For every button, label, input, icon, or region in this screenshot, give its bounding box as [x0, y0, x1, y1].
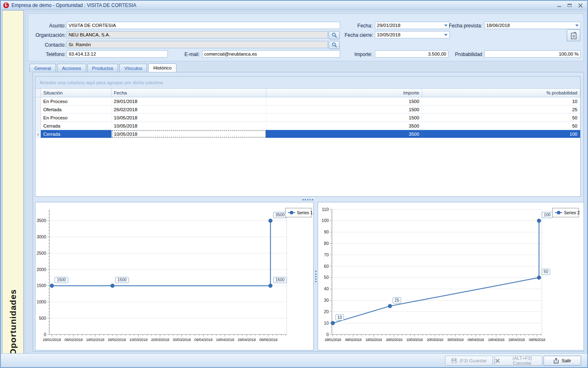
probabilidad-chart-panel: 010203040506070809010011029/01/201808/02… — [318, 202, 584, 350]
svg-text:100: 100 — [321, 218, 329, 223]
grid-cell-situacion[interactable]: En Proceso — [41, 114, 111, 121]
chevron-down-icon[interactable] — [444, 34, 448, 36]
svg-text:Series 1: Series 1 — [297, 210, 313, 215]
row-selector[interactable] — [36, 122, 41, 130]
svg-text:18/02/2018: 18/02/2018 — [86, 337, 105, 342]
sidebar-oportunidades[interactable]: Oportunidades — [2, 10, 24, 367]
organizacion-input[interactable] — [67, 31, 328, 38]
tab-vinculos[interactable]: Vínculos — [119, 64, 147, 72]
svg-text:30/03/2018: 30/03/2018 — [447, 338, 464, 342]
grid-cell-fecha[interactable]: 10/05/2018 — [111, 122, 266, 130]
splitter-dots-icon — [303, 199, 313, 200]
fecha-cierre-label: Fecha cierre: — [345, 32, 372, 38]
importe-label: Importe: — [345, 52, 372, 57]
grid-cell-probabilidad[interactable]: 50 — [422, 122, 580, 130]
column-header-probabilidad[interactable]: % probabilidad — [422, 89, 580, 97]
cancel-button[interactable]: (ALT+F3) Cancelar — [494, 356, 542, 366]
exit-icon — [553, 358, 559, 364]
grid-cell-fecha[interactable]: 26/02/2018 — [111, 105, 266, 113]
probabilidad-input[interactable] — [484, 50, 581, 58]
grid-cell-fecha[interactable]: 29/01/2018 — [111, 97, 266, 105]
table-row[interactable]: En Proceso10/05/2018150050 — [36, 114, 580, 122]
fecha-label: Fecha: — [345, 23, 372, 29]
cancel-button-label: (ALT+F3) Cancelar — [503, 356, 542, 366]
svg-text:2500: 2500 — [37, 251, 47, 256]
column-header-fecha[interactable]: Fecha — [111, 89, 266, 97]
table-row[interactable]: Cerrada10/05/2018350050 — [36, 122, 580, 130]
svg-text:110: 110 — [322, 207, 329, 212]
row-selector[interactable] — [36, 114, 41, 121]
selected-row-arrow-icon[interactable]: › — [36, 130, 41, 138]
grid-cell-importe[interactable]: 1500 — [266, 105, 422, 113]
fecha-input[interactable] — [375, 22, 450, 29]
tab-general[interactable]: General — [29, 64, 56, 72]
grid-cell-fecha[interactable]: 10/05/2018 — [111, 114, 266, 121]
row-selector[interactable] — [36, 105, 41, 113]
email-label: E-mail: — [180, 52, 200, 57]
fecha-prevista-input[interactable] — [484, 22, 581, 29]
svg-text:25: 25 — [394, 298, 399, 303]
fecha-cierre-input[interactable] — [375, 31, 450, 38]
column-header-situacion[interactable]: Situación — [41, 89, 111, 97]
tab-acciones[interactable]: Acciones — [57, 64, 86, 72]
contacto-label: Contacto: — [31, 42, 66, 48]
row-selector[interactable] — [36, 97, 41, 105]
grid-cell-fecha[interactable]: 10/05/2018 — [111, 130, 266, 138]
table-row[interactable]: Ofertada26/02/2018150025 — [36, 105, 580, 114]
tab-productos[interactable]: Productos — [87, 64, 118, 72]
tab-historico[interactable]: Histórico — [148, 63, 176, 72]
grid-cell-situacion[interactable]: Ofertada — [41, 105, 111, 113]
organizacion-search-button[interactable] — [329, 31, 340, 39]
svg-text:0: 0 — [44, 332, 46, 337]
importe-input[interactable] — [375, 50, 448, 58]
asunto-label: Asunto: — [36, 23, 66, 29]
svg-text:50: 50 — [324, 275, 329, 280]
svg-text:19/04/2018: 19/04/2018 — [488, 338, 505, 342]
maximize-icon[interactable] — [567, 2, 572, 8]
grid-cell-probabilidad[interactable]: 10 — [422, 97, 580, 105]
svg-text:30/03/2018: 30/03/2018 — [173, 337, 191, 342]
svg-text:1500: 1500 — [118, 278, 127, 282]
close-icon[interactable] — [577, 2, 583, 8]
table-row[interactable]: ›Cerrada10/05/20183500100 — [36, 130, 580, 138]
email-input[interactable] — [202, 50, 340, 58]
svg-text:09/04/2018: 09/04/2018 — [194, 337, 213, 342]
app-icon: E — [3, 2, 9, 8]
grid-cell-probabilidad[interactable]: 50 — [422, 114, 580, 121]
svg-text:09/05/2018: 09/05/2018 — [259, 337, 278, 342]
group-by-hint: Arrastre una columna aquí para agrupar p… — [36, 76, 580, 89]
table-row[interactable]: En Proceso29/01/2018150010 — [36, 97, 580, 105]
horizontal-splitter[interactable] — [35, 198, 581, 201]
report-button[interactable] — [567, 29, 580, 41]
contacto-search-button[interactable] — [329, 41, 340, 49]
fecha-dropdown[interactable] — [375, 22, 450, 29]
svg-text:09/04/2018: 09/04/2018 — [468, 338, 484, 342]
grid-cell-situacion[interactable]: En Proceso — [41, 97, 111, 105]
grid-cell-importe[interactable]: 1500 — [266, 114, 422, 121]
fecha-prevista-dropdown[interactable] — [484, 22, 581, 29]
grid-cell-importe[interactable]: 1500 — [266, 97, 422, 105]
svg-text:10: 10 — [324, 321, 329, 325]
svg-text:10/03/2018: 10/03/2018 — [129, 337, 148, 342]
grid-cell-situacion[interactable]: Cerrada — [41, 122, 111, 130]
svg-text:2000: 2000 — [37, 267, 47, 272]
telefono-input[interactable] — [67, 50, 168, 58]
grid-cell-probabilidad[interactable]: 25 — [422, 105, 580, 113]
vertical-splitter[interactable] — [314, 202, 317, 350]
grid-cell-importe[interactable]: 3500 — [266, 130, 422, 138]
fecha-cierre-dropdown[interactable] — [375, 31, 450, 38]
grid-cell-importe[interactable]: 3500 — [266, 122, 422, 130]
grid-cell-situacion[interactable]: Cerrada — [41, 130, 111, 138]
telefono-label: Teléfono: — [36, 52, 66, 57]
chevron-down-icon[interactable] — [575, 25, 579, 27]
column-header-importe[interactable]: Importe — [266, 89, 422, 97]
svg-text:20/03/2018: 20/03/2018 — [427, 338, 443, 342]
save-button[interactable]: (F3) Guardar — [445, 356, 493, 366]
svg-text:0: 0 — [326, 332, 329, 337]
exit-button[interactable]: Salir — [543, 356, 581, 366]
grid-cell-probabilidad[interactable]: 100 — [422, 130, 580, 138]
svg-text:50: 50 — [543, 269, 548, 274]
contacto-input[interactable] — [67, 41, 328, 48]
minimize-icon[interactable] — [556, 2, 562, 8]
asunto-input[interactable] — [67, 22, 340, 29]
